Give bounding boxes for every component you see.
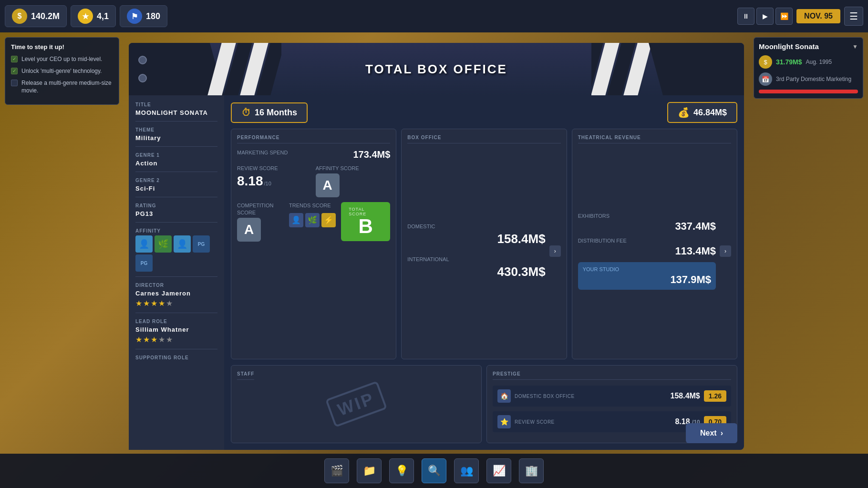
prestige-review-label: REVIEW SCORE	[515, 419, 671, 425]
clapper-dot-1	[138, 56, 147, 64]
box-office-content: DOMESTIC 158.4M$ INTERNATIONAL 430.3M$ ›	[407, 149, 560, 353]
sidebar-rating-section: RATING PG13	[135, 203, 217, 223]
prestige-domestic-label: DOMESTIC BOX OFFICE	[515, 394, 666, 399]
dollar-icon: $	[759, 55, 772, 69]
modal-sidebar: TITLE MOONLIGHT SONATA THEME Military GE…	[129, 95, 224, 450]
right-movie-title: Moonlight Sonata	[759, 42, 819, 51]
affinity-icon-4: PG	[193, 235, 210, 253]
trends-label: TRENDS SCORE	[289, 202, 338, 209]
prestige-title: PRESTIGE	[493, 371, 731, 380]
review-block: REVIEW SCORE 8.18 /10	[237, 165, 312, 197]
right-budget: 31.79M$	[776, 58, 802, 66]
sidebar-affinity-section: AFFINITY 👤 🌿 👤 PG PG	[135, 228, 217, 277]
exhibitors-label: EXHIBITORS	[578, 213, 716, 219]
prestige-stat: ⚑ 180	[120, 5, 167, 27]
studio-value: 137.9M$	[583, 274, 711, 286]
studio-block: YOUR STUDIO 137.9M$	[578, 262, 716, 290]
prestige-review-icon: ⭐	[497, 415, 511, 428]
marketing-row: MARKETING SPEND 173.4M$	[237, 149, 390, 160]
competition-grade: A	[237, 218, 261, 242]
international-block: INTERNATIONAL 430.3M$	[407, 256, 545, 279]
distribution-value: 113.4M$	[578, 245, 716, 257]
lead-star-4: ★	[158, 335, 165, 344]
dropdown-arrow-icon[interactable]: ▼	[852, 43, 858, 50]
sidebar-genre2-section: GENRE 2 Sci-Fi	[135, 178, 217, 197]
competition-label: COMPETITION SCORE	[237, 202, 286, 216]
distribution-label: DISTRIBUTION FEE	[578, 237, 716, 244]
task-text-3: Release a multi-genre medium-size movie.	[21, 79, 113, 95]
affinity-icon-5: PG	[135, 254, 153, 272]
sidebar-genre1-label: GENRE 1	[135, 152, 217, 158]
money-value: 140.2M	[31, 11, 60, 21]
total-score-block: TOTAL SCORE B	[341, 202, 390, 241]
clapper-dots	[138, 56, 147, 82]
toolbar-chart-button[interactable]: 📈	[486, 458, 511, 483]
next-button[interactable]: Next ›	[686, 423, 737, 443]
right-marketing-label: 3rd Party Domestic Marketing	[776, 76, 851, 82]
sidebar-rating-label: RATING	[135, 203, 217, 208]
prestige-value: 180	[146, 11, 160, 21]
marketing-label: MARKETING SPEND	[237, 149, 288, 156]
trends-icons: 👤 🌿 ⚡	[289, 213, 338, 227]
play-button[interactable]: ▶	[756, 8, 774, 25]
staff-section: STAFF WIP	[231, 365, 482, 443]
affinity-icons: 👤 🌿 👤 PG PG	[135, 235, 217, 272]
budget-value: 46.84M$	[693, 108, 727, 118]
budget-badge: 💰 46.84M$	[667, 102, 737, 123]
menu-button[interactable]: ☰	[844, 7, 863, 26]
theatrical-next-arrow[interactable]: ›	[720, 245, 731, 257]
box-office-values: DOMESTIC 158.4M$ INTERNATIONAL 430.3M$	[407, 223, 545, 280]
task-panel-title: Time to step it up!	[11, 43, 113, 51]
task-item-3: Release a multi-genre medium-size movie.	[11, 79, 113, 95]
exhibitors-block: EXHIBITORS 337.4M$	[578, 213, 716, 233]
director-stars: ★ ★ ★ ★ ★	[135, 299, 217, 308]
lead-star-5: ★	[166, 335, 173, 344]
affinity-icon-1: 👤	[135, 235, 153, 253]
sidebar-theme-section: THEME Military	[135, 127, 217, 147]
affinity-icon-3: 👤	[174, 235, 191, 253]
sections-grid: PERFORMANCE MARKETING SPEND 173.4M$ REVI…	[231, 129, 737, 359]
time-controls: ⏸ ▶ ⏩	[737, 8, 793, 25]
domestic-block: DOMESTIC 158.4M$	[407, 223, 545, 246]
modal-body: TITLE MOONLIGHT SONATA THEME Military GE…	[129, 95, 744, 450]
trends-block: TRENDS SCORE 👤 🌿 ⚡	[289, 202, 338, 227]
clapper-right	[649, 43, 744, 95]
affinity-block: AFFINITY SCORE A	[316, 165, 391, 197]
task-item-2: ✓ Unlock 'multi-genre' technology.	[11, 67, 113, 75]
box-office-title: BOX OFFICE	[407, 135, 560, 143]
right-panel-header: Moonlight Sonata ▼	[759, 42, 858, 51]
task-check-2: ✓	[11, 68, 18, 74]
toolbar-search-button[interactable]: 🔍	[422, 458, 446, 483]
sidebar-rating-value: PG13	[135, 210, 217, 217]
toolbar-people-button[interactable]: 👥	[454, 458, 479, 483]
sidebar-director-section: DIRECTOR Carnes Jameron ★ ★ ★ ★ ★	[135, 283, 217, 313]
modal-main: ⏱ 16 Months 💰 46.84M$ PERFORMANCE MARKET…	[224, 95, 744, 450]
theatrical-content: EXHIBITORS 337.4M$ DISTRIBUTION FEE 113.…	[578, 149, 731, 353]
fast-forward-button[interactable]: ⏩	[775, 8, 793, 25]
box-office-next-arrow[interactable]: ›	[549, 245, 561, 257]
star-icon: ★	[78, 9, 93, 24]
task-check-1: ✓	[11, 56, 18, 62]
star-4: ★	[158, 299, 165, 308]
star-1: ★	[135, 299, 142, 308]
sidebar-genre2-label: GENRE 2	[135, 178, 217, 183]
toolbar-idea-button[interactable]: 💡	[389, 458, 414, 483]
toolbar-folder-button[interactable]: 📁	[357, 458, 382, 483]
distribution-block: DISTRIBUTION FEE 113.4M$	[578, 237, 716, 257]
studio-label: YOUR STUDIO	[583, 266, 711, 273]
toolbar-film-button[interactable]: 🎬	[324, 458, 349, 483]
competition-block: COMPETITION SCORE A	[237, 202, 286, 242]
trend-icon-3: ⚡	[321, 213, 336, 227]
sidebar-genre1-value: Action	[135, 160, 217, 167]
lead-star-1: ★	[135, 335, 142, 344]
trend-icon-2: 🌿	[305, 213, 320, 227]
sidebar-genre2-value: Sci-Fi	[135, 185, 217, 192]
sidebar-title-section: TITLE MOONLIGHT SONATA	[135, 102, 217, 122]
toolbar-building-button[interactable]: 🏢	[519, 458, 544, 483]
pause-button[interactable]: ⏸	[737, 8, 754, 25]
theatrical-section: THEATRICAL REVENUE EXHIBITORS 337.4M$ DI…	[572, 129, 737, 359]
right-date: Aug. 1995	[806, 59, 832, 65]
exhibitors-value: 337.4M$	[578, 220, 716, 233]
sidebar-support-section: SUPPORTING ROLE	[135, 355, 217, 367]
budget-icon: 💰	[678, 107, 690, 118]
